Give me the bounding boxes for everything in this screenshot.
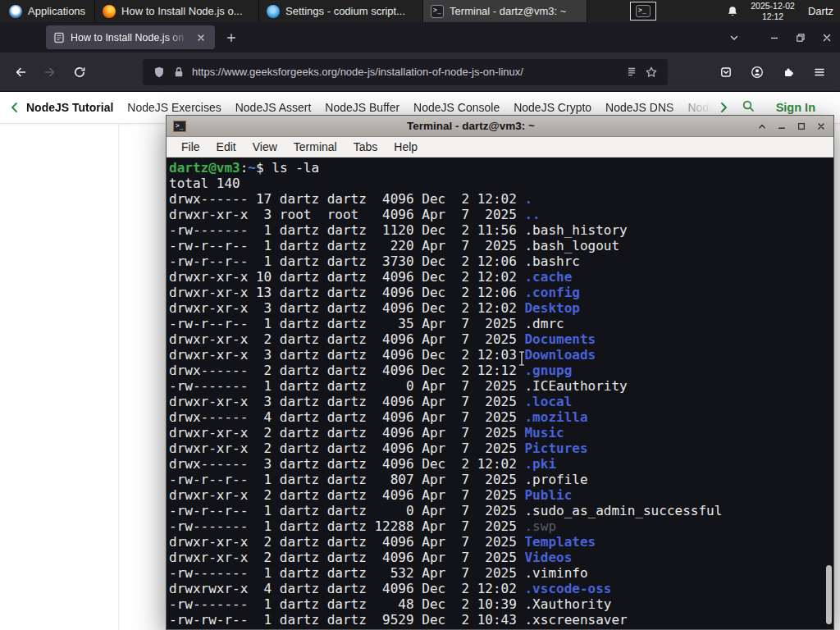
reload-button[interactable] bbox=[67, 60, 92, 84]
nav-scroll-right-icon[interactable] bbox=[715, 99, 732, 116]
terminal-listing-row: drwx------ 3 dartz dartz 4096 Dec 2 12:0… bbox=[169, 456, 833, 472]
clock-time: 12:12 bbox=[751, 11, 795, 21]
nav-item-next[interactable]: Node bbox=[687, 101, 711, 114]
menu-tabs[interactable]: Tabs bbox=[345, 139, 386, 155]
tracking-shield-icon[interactable] bbox=[153, 66, 166, 79]
terminal-total-line: total 140 bbox=[169, 176, 833, 191]
nav-item-assert[interactable]: NodeJS Assert bbox=[235, 101, 312, 114]
terminal-titlebar[interactable]: Terminal - dartz@vm3: ~ bbox=[167, 116, 833, 137]
taskbar-item-settings[interactable]: Settings - codium script... bbox=[259, 0, 423, 22]
top-panel: Applications How to Install Node.js o...… bbox=[0, 0, 840, 22]
nav-item-exercises[interactable]: NodeJS Exercises bbox=[127, 101, 221, 114]
terminal-scrollbar[interactable] bbox=[824, 158, 833, 628]
terminal-listing-row: drwx------ 17 dartz dartz 4096 Dec 2 12:… bbox=[169, 191, 833, 207]
desktop: Applications How to Install Node.js o...… bbox=[0, 0, 840, 630]
tray-terminal-indicator[interactable] bbox=[630, 2, 656, 21]
url-input[interactable]: https://www.geeksforgeeks.org/node-js/in… bbox=[192, 66, 619, 78]
terminal-maximize-button[interactable] bbox=[795, 120, 807, 132]
terminal-listing-row: drwxr-xr-x 2 dartz dartz 4096 Apr 7 2025… bbox=[169, 425, 833, 441]
menu-terminal[interactable]: Terminal bbox=[285, 139, 345, 155]
terminal-window-title: Terminal - dartz@vm3: ~ bbox=[193, 120, 749, 132]
panel-status-area: 2025-12-02 12:12 Dartz bbox=[726, 0, 840, 22]
nav-item-tutorial[interactable]: NodeJS Tutorial bbox=[26, 101, 113, 114]
menu-file[interactable]: File bbox=[173, 139, 208, 155]
sign-in-button[interactable]: Sign In bbox=[776, 101, 815, 114]
scrollbar-thumb[interactable] bbox=[826, 565, 832, 624]
site-nav-items: NodeJS Tutorial NodeJS Exercises NodeJS … bbox=[26, 101, 712, 114]
nav-item-buffer[interactable]: NodeJS Buffer bbox=[325, 101, 399, 114]
terminal-window-controls bbox=[756, 120, 827, 132]
applications-menu-button[interactable]: Applications bbox=[0, 0, 95, 22]
terminal-listing-row: -rw-r--r-- 1 dartz dartz 807 Apr 7 2025 … bbox=[169, 472, 833, 487]
forward-button[interactable] bbox=[38, 60, 62, 84]
terminal-listing-row: drwxr-xr-x 13 dartz dartz 4096 Dec 2 12:… bbox=[169, 285, 833, 300]
taskbar-item-terminal[interactable]: Terminal - dartz@vm3: ~ bbox=[423, 0, 587, 22]
tab-favicon-icon bbox=[52, 31, 65, 43]
applications-icon bbox=[9, 5, 22, 18]
terminal-listing-row: -rw-rw-r-- 1 dartz dartz 9529 Dec 2 10:4… bbox=[169, 612, 833, 628]
nav-item-crypto[interactable]: NodeJS Crypto bbox=[514, 101, 591, 114]
menu-view[interactable]: View bbox=[244, 139, 285, 155]
page-column-divider bbox=[118, 124, 119, 630]
notification-bell-icon[interactable] bbox=[726, 5, 739, 18]
terminal-shade-button[interactable] bbox=[756, 120, 768, 132]
menu-edit[interactable]: Edit bbox=[208, 139, 244, 155]
clock-date: 2025-12-02 bbox=[751, 1, 795, 11]
terminal-listing-row: -rw------- 1 dartz dartz 12288 Apr 7 202… bbox=[169, 518, 833, 534]
terminal-listing-row: drwxr-xr-x 2 dartz dartz 4096 Apr 7 2025… bbox=[169, 331, 833, 347]
tab-close-button[interactable] bbox=[194, 30, 208, 45]
terminal-listing-row: -rw-r--r-- 1 dartz dartz 220 Apr 7 2025 … bbox=[169, 238, 833, 253]
terminal-listing-row: drwx------ 4 dartz dartz 4096 Apr 7 2025… bbox=[169, 409, 833, 425]
terminal-prompt-line: dartz@vm3:~$ ls -la bbox=[169, 160, 833, 176]
browser-minimize-button[interactable] bbox=[761, 22, 788, 52]
url-bar[interactable]: https://www.geeksforgeeks.org/node-js/in… bbox=[143, 59, 668, 85]
bookmark-star-icon[interactable] bbox=[645, 66, 658, 79]
terminal-listing-row: -rw-r--r-- 1 dartz dartz 3730 Dec 2 12:0… bbox=[169, 253, 833, 269]
taskbar-item-label: Terminal - dartz@vm3: ~ bbox=[450, 5, 566, 17]
menu-help[interactable]: Help bbox=[386, 139, 426, 155]
terminal-listing-row: drwxr-xr-x 2 dartz dartz 4096 Apr 7 2025… bbox=[169, 441, 833, 456]
toolbar-right-icons bbox=[714, 60, 832, 84]
terminal-listing-row: drwxr-xr-x 3 dartz dartz 4096 Apr 7 2025… bbox=[169, 394, 833, 409]
nav-item-dns[interactable]: NodeJS DNS bbox=[605, 101, 673, 114]
terminal-listing-row: drwxr-xr-x 2 dartz dartz 4096 Apr 7 2025… bbox=[169, 487, 833, 503]
clock[interactable]: 2025-12-02 12:12 bbox=[751, 1, 795, 21]
applications-label: Applications bbox=[28, 5, 85, 17]
account-icon[interactable] bbox=[745, 60, 769, 84]
nav-item-console[interactable]: NodeJS Console bbox=[413, 101, 500, 114]
terminal-icon bbox=[636, 5, 651, 17]
browser-close-button[interactable] bbox=[814, 22, 840, 52]
terminal-listing-row: drwxr-xr-x 2 dartz dartz 4096 Apr 7 2025… bbox=[169, 550, 833, 565]
terminal-listing: drwx------ 17 dartz dartz 4096 Dec 2 12:… bbox=[169, 191, 833, 628]
terminal-listing-row: -rw------- 1 dartz dartz 1120 Dec 2 11:5… bbox=[169, 222, 833, 238]
nav-scroll-left-icon[interactable] bbox=[7, 99, 23, 116]
browser-restore-button[interactable] bbox=[788, 22, 814, 52]
firefox-icon bbox=[103, 5, 116, 18]
browser-tab[interactable]: How to Install Node.js on bbox=[46, 25, 215, 49]
pocket-icon[interactable] bbox=[714, 60, 738, 84]
lock-icon[interactable] bbox=[172, 66, 185, 79]
tab-title: How to Install Node.js on bbox=[71, 32, 188, 43]
terminal-listing-row: -rw-r--r-- 1 dartz dartz 0 Apr 7 2025 .s… bbox=[169, 503, 833, 518]
taskbar-item-browser[interactable]: How to Install Node.js o... bbox=[95, 0, 259, 22]
search-icon[interactable] bbox=[742, 99, 758, 116]
terminal-output[interactable]: dartz@vm3:~$ ls -la total 140 drwx------… bbox=[167, 158, 833, 629]
terminal-minimize-button[interactable] bbox=[775, 120, 788, 132]
terminal-listing-row: drwxr-xr-x 10 dartz dartz 4096 Dec 2 12:… bbox=[169, 269, 833, 285]
extensions-puzzle-icon[interactable] bbox=[776, 60, 801, 84]
menu-hamburger-icon[interactable] bbox=[807, 60, 832, 84]
back-button[interactable] bbox=[8, 60, 33, 84]
terminal-listing-row: drwxr-xr-x 3 dartz dartz 4096 Dec 2 12:0… bbox=[169, 347, 833, 363]
new-tab-button[interactable] bbox=[220, 26, 243, 49]
terminal-listing-row: drwxr-xr-x 2 dartz dartz 4096 Apr 7 2025… bbox=[169, 534, 833, 550]
list-all-tabs-button[interactable] bbox=[722, 22, 746, 52]
terminal-close-button[interactable] bbox=[815, 120, 827, 132]
terminal-listing-row: drwxrwxr-x 4 dartz dartz 4096 Dec 2 12:0… bbox=[169, 581, 833, 596]
tabstrip-right-controls bbox=[722, 22, 840, 52]
codium-icon bbox=[267, 5, 280, 18]
user-menu[interactable]: Dartz bbox=[806, 5, 835, 17]
reader-mode-icon[interactable] bbox=[625, 66, 638, 79]
taskbar-item-label: How to Install Node.js o... bbox=[121, 5, 242, 17]
terminal-menubar: File Edit View Terminal Tabs Help bbox=[167, 137, 833, 158]
browser-window-controls bbox=[761, 22, 840, 52]
